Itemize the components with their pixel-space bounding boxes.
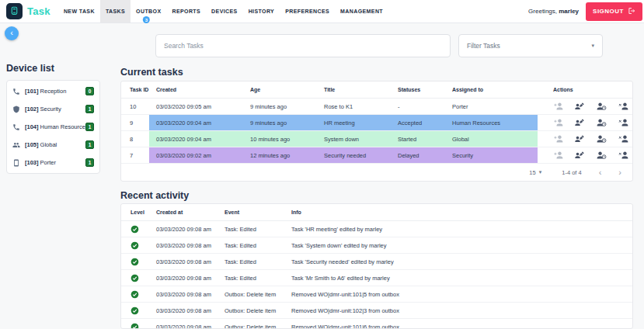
task-actions-cell [538,118,632,127]
task-created-cell: 03/03/2020 09:05 am [149,103,244,110]
device-id: [102] [25,106,39,113]
task-actions-cell [538,134,632,144]
nav-item-history[interactable]: HISTORY [243,0,280,23]
task-row[interactable]: 1003/03/2020 09:05 am9 minutes agoRose t… [121,99,632,115]
task-row-highlight-band: 03/03/2020 09:04 am10 minutes agoSystem … [149,131,538,147]
person-clock-icon[interactable] [597,151,607,160]
nav-item-preferences[interactable]: PREFERENCES [280,0,335,23]
current-tasks-title: Current tasks [120,67,183,78]
activity-created-cell: 03/03/2020 09:08 am [149,226,218,233]
nav-item-management[interactable]: MANAGEMENT [335,0,388,23]
main-nav: NEW TASKTASKSOUTBOX3REPORTSDEVICESHISTOR… [58,0,388,23]
device-id: [103] [25,159,39,166]
app-title: Task [27,5,50,17]
person-remove-icon[interactable] [618,134,628,144]
task-assigned-cell: Security [446,152,538,159]
nav-item-devices[interactable]: DEVICES [206,0,243,23]
activity-info-cell: Task 'Security needed' edited by marley [284,258,632,265]
task-assigned-cell: Global [446,136,538,143]
task-row[interactable]: 703/03/2020 09:02 am12 minutes agoSecuri… [121,147,632,164]
device-list-title: Device list [6,63,54,74]
page-size-value: 15 [529,169,535,176]
col-task-id: Task ID [121,87,149,92]
task-assigned-cell: Porter [446,103,538,110]
greeting-username: marley [559,8,579,15]
check-circle-icon [131,274,139,282]
person-clock-icon[interactable] [597,118,607,127]
activity-info-cell: Task 'System down' edited by marley [284,242,632,249]
page-size-select[interactable]: 15 ▾ [529,169,541,176]
person-clock-icon[interactable] [597,134,607,144]
activity-row: 03/03/2020 09:08 amOutbox: Delete itemRe… [121,303,632,319]
collapse-sidebar-button[interactable]: ‹ [5,26,19,40]
col-statuses: Statuses [392,87,446,92]
filter-tasks-select[interactable]: Filter Tasks ▾ [458,34,603,57]
device-list-item-global[interactable]: [105] Global1 [7,136,99,154]
task-created-cell: 03/03/2020 09:02 am [149,152,244,159]
device-list-item-human-resources[interactable]: [104] Human Resources1 [7,118,99,136]
recent-activity-header-row: Level Created at Event Info [121,204,632,221]
nav-item-new-task[interactable]: NEW TASK [58,0,100,23]
person-edit-icon[interactable] [575,151,585,160]
current-tasks-body: 1003/03/2020 09:05 am9 minutes agoRose t… [121,99,632,164]
nav-item-label: HISTORY [249,9,275,14]
device-list-item-security[interactable]: [102] Security1 [7,100,99,118]
col-info: Info [284,210,632,215]
nav-item-label: MANAGEMENT [340,9,383,14]
task-created-cell: 03/03/2020 09:04 am [149,119,244,126]
signout-label: SIGNOUT [593,8,624,15]
person-edit-icon[interactable] [575,134,585,144]
device-label: [101] Reception [25,88,85,95]
person-remove-icon[interactable] [618,118,628,127]
person-add-icon[interactable] [553,102,563,111]
task-title-cell: Rose to K1 [318,103,392,110]
nav-item-reports[interactable]: REPORTS [166,0,206,23]
task-row[interactable]: 803/03/2020 09:04 am10 minutes agoSystem… [121,131,632,147]
device-label: [105] Global [25,141,85,148]
activity-event-cell: Outbox: Delete item [218,324,284,329]
person-clock-icon[interactable] [597,102,607,111]
search-input[interactable] [155,34,451,57]
device-task-count-badge: 0 [85,87,94,95]
activity-info-cell: Removed WO|dmr-unit:102|3 from outbox [284,307,632,314]
nav-item-label: NEW TASK [64,9,95,14]
person-remove-icon[interactable] [618,102,628,111]
activity-info-cell: Removed WO|dmr-unit:101|5 from outbox [284,291,632,298]
next-page-button[interactable]: › [618,168,621,177]
app-logo[interactable] [6,3,23,19]
task-age-cell: 12 minutes ago [244,152,318,159]
col-level: Level [121,210,149,215]
nav-item-label: OUTBOX [136,9,161,14]
col-event: Event [218,210,284,215]
person-edit-icon[interactable] [575,102,585,111]
activity-level-cell [121,225,149,234]
task-actions-cell [538,151,632,160]
device-list-item-reception[interactable]: [101] Reception0 [7,82,99,100]
person-add-icon[interactable] [553,118,563,127]
activity-event-cell: Task: Edited [218,226,284,233]
security-icon [12,105,22,114]
col-age: Age [244,87,318,92]
mobile-icon [12,158,22,168]
person-remove-icon[interactable] [618,151,628,160]
task-row-highlight-band: 03/03/2020 09:04 am9 minutes agoHR meeti… [149,115,538,130]
check-circle-icon [131,290,139,299]
activity-event-cell: Task: Edited [218,275,284,282]
check-circle-icon [131,225,139,234]
col-created-at: Created at [149,210,218,215]
nav-item-outbox[interactable]: OUTBOX3 [131,0,166,23]
activity-event-cell: Task: Edited [218,242,284,249]
device-list-item-porter[interactable]: [103] Porter1 [7,154,99,171]
prev-page-button[interactable]: ‹ [599,168,602,177]
signout-button[interactable]: SIGNOUT [586,2,642,21]
nav-item-tasks[interactable]: TASKS [100,0,131,23]
device-label: [103] Porter [25,159,85,166]
logout-icon [628,7,635,16]
person-add-icon[interactable] [553,151,563,160]
person-add-icon[interactable] [553,134,563,144]
person-edit-icon[interactable] [575,118,585,127]
tasks-pagination: 15 ▾ 1-4 of 4 ‹ › [121,164,632,181]
activity-row: 03/03/2020 09:08 amOutbox: Delete itemRe… [121,319,632,329]
phone-icon [12,123,22,132]
task-row[interactable]: 903/03/2020 09:04 am9 minutes agoHR meet… [121,115,632,131]
